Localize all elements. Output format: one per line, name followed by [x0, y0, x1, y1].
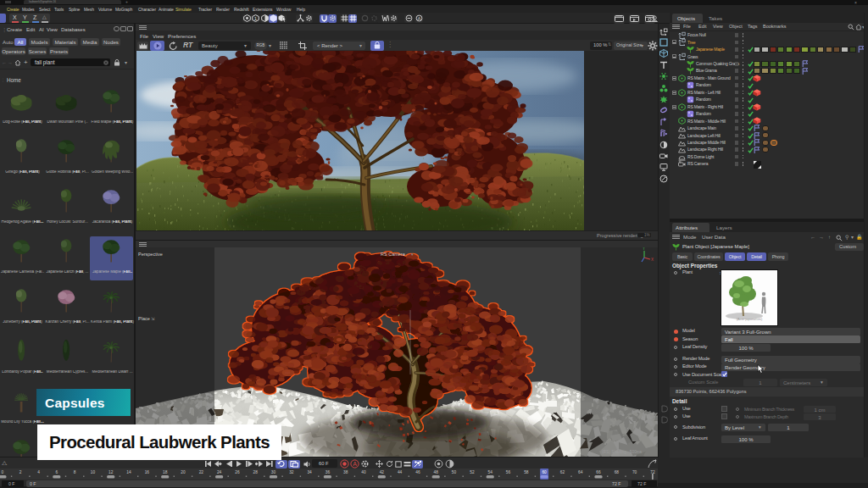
svg-text:Y: Y — [643, 247, 645, 251]
svg-text:32: 32 — [289, 470, 294, 474]
svg-text:64: 64 — [578, 470, 583, 474]
svg-text:66: 66 — [596, 470, 601, 474]
svg-text:12: 12 — [108, 470, 114, 474]
svg-text:46: 46 — [415, 470, 420, 474]
svg-text:34: 34 — [307, 470, 312, 474]
svg-text:A: A — [353, 461, 357, 467]
svg-text:56: 56 — [506, 470, 511, 474]
svg-text:22: 22 — [199, 470, 204, 474]
svg-text:RS Camera: RS Camera — [381, 252, 406, 257]
svg-text:2: 2 — [19, 470, 22, 474]
svg-text:58: 58 — [524, 470, 529, 474]
svg-text:38: 38 — [343, 470, 348, 474]
svg-text:Place: Place — [138, 316, 150, 321]
svg-text:62: 62 — [560, 470, 565, 474]
svg-text:44: 44 — [398, 470, 403, 474]
svg-text:A: A — [417, 16, 420, 21]
svg-text:0: 0 — [2, 470, 4, 474]
svg-text:1: 1 — [253, 16, 257, 21]
svg-text:54: 54 — [488, 470, 493, 474]
svg-text:50: 50 — [452, 470, 457, 474]
svg-text:48: 48 — [434, 470, 439, 474]
svg-text:18: 18 — [163, 470, 168, 474]
svg-text:28: 28 — [253, 470, 259, 474]
svg-text:60: 60 — [542, 470, 547, 474]
svg-text:X: X — [651, 258, 654, 262]
svg-text:(Acer japonatum): (Acer japonatum) — [737, 317, 763, 321]
svg-text:68: 68 — [615, 470, 620, 474]
svg-text:10: 10 — [91, 470, 96, 474]
svg-text:4: 4 — [37, 470, 40, 474]
svg-text:14: 14 — [126, 470, 131, 474]
svg-text:6: 6 — [55, 470, 58, 474]
svg-text:Perspective: Perspective — [138, 252, 163, 257]
svg-text:16: 16 — [145, 470, 150, 474]
svg-text:(RS) Shading : 500ms: (RS) Shading : 500ms — [602, 450, 643, 454]
svg-text:20: 20 — [181, 470, 186, 474]
svg-text:8: 8 — [74, 470, 76, 474]
svg-text:40: 40 — [361, 470, 366, 474]
svg-text:52: 52 — [470, 470, 475, 474]
svg-text:36: 36 — [326, 470, 331, 474]
svg-text:30: 30 — [271, 470, 276, 474]
svg-text:70: 70 — [632, 470, 637, 474]
svg-text:24: 24 — [217, 470, 222, 474]
svg-text:26: 26 — [235, 470, 240, 474]
svg-text:42: 42 — [380, 470, 385, 474]
